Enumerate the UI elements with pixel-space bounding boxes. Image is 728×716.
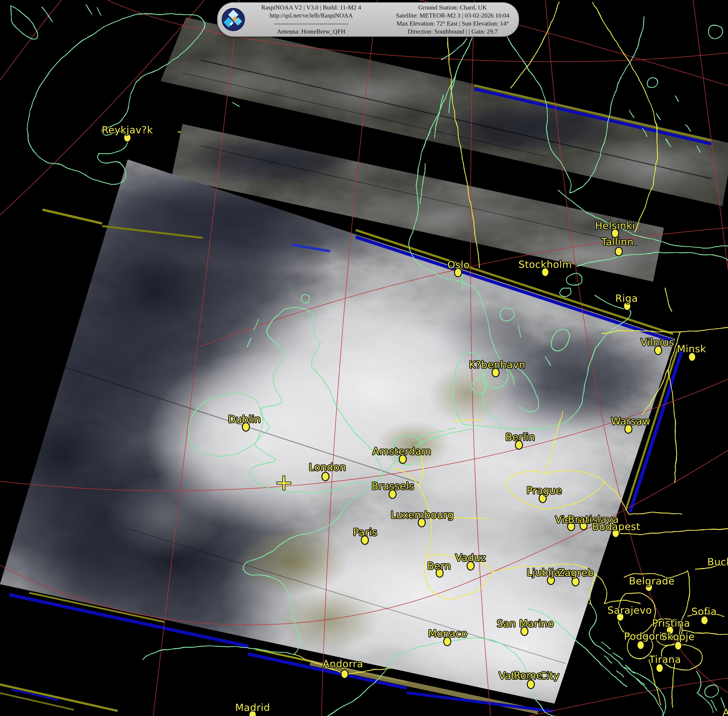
divider-line: ------------------------------------	[245, 20, 377, 27]
city-marker	[361, 535, 369, 545]
city-marker	[340, 669, 349, 679]
city-marker	[625, 424, 632, 434]
info-right-column: Ground Station: Chard, UK Satellite: MET…	[377, 3, 528, 36]
direction-gain-line: Direction: Southbound | | Gain: 29.7	[377, 27, 528, 36]
satellite-line: Satellite: METEOR-M2 3 | 03-02-2026 10:0…	[377, 12, 528, 20]
city-marker	[674, 641, 682, 650]
map-canvas: Reykjav?kOsloStockholmHelsinkiTallinnRig…	[0, 0, 728, 716]
city-marker	[688, 352, 696, 362]
city-marker	[666, 626, 674, 635]
ground-station-line: Ground Station: Chard, UK	[377, 3, 528, 12]
city-marker	[579, 521, 588, 530]
city-marker	[612, 528, 620, 538]
city-marker	[571, 577, 579, 586]
satellite-map	[0, 0, 728, 716]
city-marker	[611, 229, 619, 238]
city-marker	[541, 267, 549, 277]
city-marker	[399, 454, 407, 464]
city-marker	[443, 637, 451, 646]
app-version-line: RaspiNOAA V2 | V3.0 | Build: 11-M2 4	[245, 3, 377, 12]
city-marker	[520, 626, 529, 636]
city-marker	[454, 268, 462, 277]
city-marker	[539, 494, 547, 503]
raspinoaa-logo-icon	[222, 8, 245, 31]
city-marker	[123, 133, 131, 143]
city-marker	[436, 568, 444, 578]
calibration-dashes	[0, 684, 118, 711]
city-marker	[701, 616, 708, 625]
city-marker	[467, 561, 475, 570]
city-marker	[615, 247, 623, 256]
city-marker	[547, 575, 555, 585]
app-url-line: http://qsl.net/ve3elb/RaspiNOAA	[245, 12, 377, 20]
info-left-column: RaspiNOAA V2 | V3.0 | Build: 11-M2 4 htt…	[245, 3, 377, 36]
city-marker	[527, 680, 535, 689]
elevation-line: Max Elevation: 72° East | Sun Elevation:…	[377, 20, 528, 27]
city-marker	[637, 640, 644, 650]
city-marker	[645, 583, 653, 592]
city-marker	[492, 368, 500, 377]
city-marker	[616, 612, 624, 622]
city-marker	[321, 472, 330, 481]
city-marker	[623, 301, 631, 311]
city-marker	[567, 522, 575, 531]
city-marker	[656, 663, 664, 673]
city-marker	[242, 422, 250, 432]
city-marker	[389, 489, 397, 499]
city-marker	[515, 440, 523, 450]
ground-station-marker: +	[275, 470, 293, 495]
info-box: RaspiNOAA V2 | V3.0 | Build: 11-M2 4 htt…	[217, 2, 519, 37]
city-marker	[418, 518, 426, 527]
antenna-line: Antenna: HomeBrew_QFH	[245, 27, 377, 36]
city-marker	[654, 346, 662, 355]
